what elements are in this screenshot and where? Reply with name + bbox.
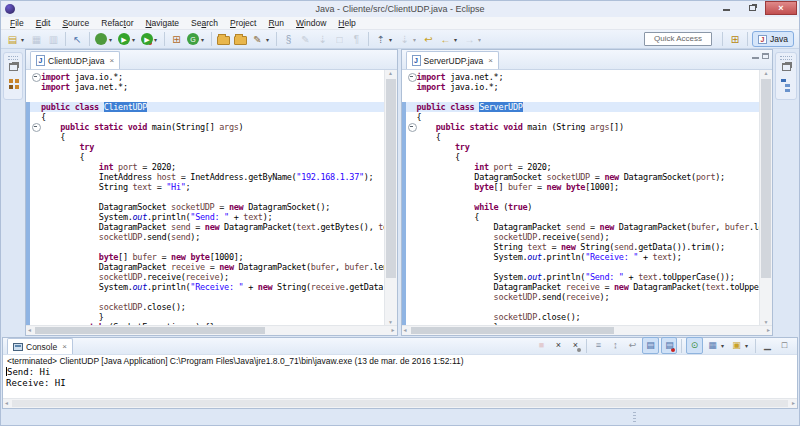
code-line[interactable]: int port = 2020; [402,162,760,172]
code-line[interactable] [26,292,384,302]
maximize-view-button[interactable]: □ [777,337,792,354]
code-line[interactable] [26,242,384,252]
code-line[interactable]: socketUDP.send(receive); [402,292,760,302]
quick-access-box[interactable]: Quick Access [644,32,712,46]
open-resource-button[interactable] [233,31,248,48]
restore-view-button[interactable] [6,63,20,76]
clear-console-button[interactable]: ≡ [591,337,606,354]
outline-view-button[interactable] [779,79,793,92]
open-console-button[interactable]: ▣▾ [729,337,751,354]
code-line[interactable]: while (true) [402,202,760,212]
code-line[interactable]: socketUDP.receive(send); [402,232,760,242]
drag-grip[interactable] [8,56,18,60]
code-line[interactable] [402,262,760,272]
menu-navigate[interactable]: Navigate [139,17,185,30]
close-tab-icon[interactable]: × [62,342,67,351]
fold-collapse-icon[interactable] [406,122,417,132]
debug-button[interactable]: ▾ [94,31,115,48]
code-line[interactable]: byte[] bufer = new byte[1000]; [402,182,760,192]
restore-view-button[interactable] [779,63,793,76]
code-line[interactable]: byte[] bufer = new byte[1000]; [26,252,384,262]
code-line[interactable]: try [26,142,384,152]
vertical-scrollbar[interactable] [384,70,397,325]
tab-serverudp[interactable]: J ServerUDP.java × [406,51,500,69]
key-button[interactable]: § [281,31,296,48]
code-line[interactable]: InetAddress host = InetAddress.getByName… [26,172,384,182]
scroll-lock-button[interactable]: ↨ [608,337,623,354]
scrollbar-thumb[interactable] [386,79,396,278]
drag-grip[interactable] [780,56,792,60]
code-line[interactable]: import java.net.*; [402,72,760,82]
code-line[interactable] [26,92,384,102]
new-java-project-button[interactable]: ⊞ [169,31,184,48]
scrollbar-thumb[interactable] [411,327,615,334]
scrollbar-thumb[interactable] [35,327,265,334]
console-output[interactable]: Send: Hi Receive: HI [3,367,797,398]
code-line[interactable]: System.out.println("Receive: " + text); [402,252,760,262]
code-line[interactable]: DatagramSocket socketUDP = new DatagramS… [402,172,760,182]
code-line[interactable] [26,192,384,202]
remove-launch-button[interactable]: × [551,337,566,354]
code-line[interactable]: } [26,312,384,322]
vertical-scrollbar[interactable] [759,70,772,325]
horizontal-scrollbar[interactable] [402,325,773,335]
code-line[interactable]: { [402,132,760,142]
code-line[interactable]: { [402,152,760,162]
code-line[interactable] [402,92,760,102]
code-line[interactable]: { [402,112,760,122]
code-line[interactable]: socketUDP.close(); [26,302,384,312]
run-external-button[interactable]: ▶▾ [140,31,160,48]
dropdown-caret-icon[interactable]: ▾ [387,36,394,43]
code-line[interactable]: socketUDP.receive(receive); [26,272,384,282]
dropdown-caret-icon[interactable]: ▾ [476,36,483,43]
scrollbar-thumb[interactable] [761,79,771,278]
code-line[interactable] [402,192,760,202]
console-horizontal-scrollbar[interactable] [3,398,797,408]
code-line[interactable]: DatagramSocket socketUDP = new DatagramS… [26,202,384,212]
package-explorer-button[interactable] [6,79,20,92]
editor-lines-server[interactable]: import java.net.*;import java.io.*;publi… [402,70,760,325]
code-line[interactable]: System.out.println("Send: " + text); [26,212,384,222]
dropdown-caret-icon[interactable]: ▾ [19,36,26,43]
code-line[interactable]: { [26,112,384,122]
word-wrap-button[interactable]: ↩ [625,337,640,354]
menu-search[interactable]: Search [185,17,224,30]
last-edit-location-button[interactable]: ↩ [421,31,436,48]
dropdown-caret-icon[interactable]: ▾ [199,36,206,43]
dropdown-caret-icon[interactable]: ▾ [411,36,418,43]
restore-window-button[interactable] [739,1,765,15]
remove-all-launches-button[interactable]: × [568,337,582,354]
dropdown-caret-icon[interactable]: ▾ [719,342,726,349]
code-line[interactable]: String text = "Hi"; [26,182,384,192]
code-line[interactable]: System.out.println("Receive: " + new Str… [26,282,384,292]
close-tab-icon[interactable]: × [110,56,115,65]
pin-console-button[interactable]: ⊙ [686,337,703,354]
close-tab-icon[interactable]: × [488,56,493,65]
fold-collapse-icon[interactable] [30,72,41,82]
code-line[interactable]: int port = 2020; [26,162,384,172]
editor-lines-client[interactable]: import java.io.*;import java.net.*;publi… [26,70,384,325]
display-selected-console-button[interactable]: ▦▾ [705,337,727,354]
dropdown-caret-icon[interactable]: ▾ [107,36,114,43]
menu-source[interactable]: Source [56,17,95,30]
close-window-button[interactable]: × [765,1,797,15]
code-line[interactable]: { [402,212,760,222]
run-button[interactable]: ▶▾ [117,31,138,48]
code-line[interactable]: public static void main (String args[]) [402,122,760,132]
menu-edit[interactable]: Edit [30,17,57,30]
menu-refactor[interactable]: Refactor [95,17,139,30]
code-line[interactable]: DatagramPacket send = new DatagramPacket… [402,222,760,232]
code-line[interactable]: System.out.println("Send: " + text.toUpp… [402,272,760,282]
minimize-editor-button[interactable] [752,53,759,59]
code-line[interactable]: import java.io.*; [402,82,760,92]
minimize-view-button[interactable]: ▁ [760,337,775,354]
code-line[interactable]: DatagramPacket receive = new DatagramPac… [26,262,384,272]
code-line[interactable]: socketUDP.close(); [402,312,760,322]
menu-help[interactable]: Help [332,17,361,30]
dropdown-caret-icon[interactable]: ▾ [130,36,137,43]
scrollbar-thumb[interactable] [12,400,788,407]
code-line[interactable]: { [26,152,384,162]
java-perspective-button[interactable]: J Java [752,31,794,47]
back-button[interactable]: ←▾ [438,31,460,48]
minimize-window-button[interactable] [713,1,739,15]
